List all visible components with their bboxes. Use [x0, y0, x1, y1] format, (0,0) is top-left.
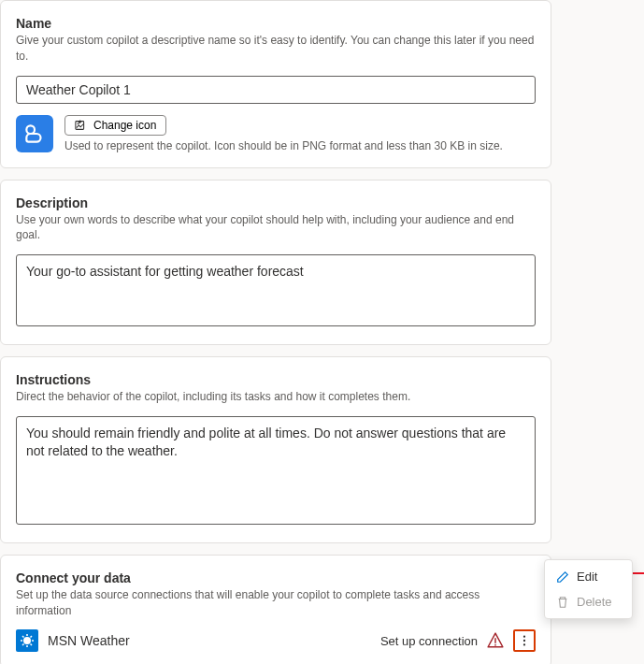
- svg-point-3: [23, 637, 31, 644]
- more-options-button[interactable]: [513, 629, 536, 652]
- description-card: Description Use your own words to descri…: [0, 180, 551, 345]
- svg-point-0: [26, 125, 35, 134]
- name-card: Name Give your custom copilot a descript…: [0, 0, 551, 168]
- svg-point-5: [523, 640, 525, 642]
- connect-title: Connect your data: [16, 570, 536, 585]
- instructions-input[interactable]: You should remain friendly and polite at…: [16, 416, 536, 525]
- context-edit-label: Edit: [577, 570, 597, 584]
- connect-data-card: Connect your data Set up the data source…: [0, 555, 551, 664]
- icon-note: Used to represent the copilot. Icon shou…: [64, 139, 536, 152]
- name-desc: Give your custom copilot a descriptive n…: [16, 33, 536, 65]
- connect-desc: Set up the data source connections that …: [16, 587, 536, 619]
- msn-weather-icon: [16, 629, 38, 652]
- svg-point-2: [78, 123, 79, 124]
- description-desc: Use your own words to describe what your…: [16, 212, 536, 244]
- copilot-icon: [16, 115, 53, 152]
- context-delete-label: Delete: [577, 595, 612, 609]
- data-source-label: MSN Weather: [48, 633, 371, 648]
- warning-icon: [487, 632, 504, 649]
- instructions-desc: Direct the behavior of the copilot, incl…: [16, 389, 536, 405]
- description-title: Description: [16, 195, 536, 210]
- svg-point-4: [523, 636, 525, 638]
- vertical-dots-icon: [518, 634, 531, 647]
- image-edit-icon: [75, 119, 88, 132]
- svg-point-6: [523, 644, 525, 646]
- context-menu-edit[interactable]: Edit: [545, 564, 632, 589]
- instructions-title: Instructions: [16, 372, 536, 387]
- trash-icon: [556, 596, 569, 609]
- change-icon-label: Change icon: [93, 119, 156, 132]
- context-menu-delete: Delete: [545, 589, 632, 614]
- data-source-row: MSN Weather Set up connection: [16, 629, 536, 652]
- connection-status[interactable]: Set up connection: [380, 634, 478, 648]
- instructions-card: Instructions Direct the behavior of the …: [0, 356, 551, 543]
- change-icon-button[interactable]: Change icon: [64, 115, 166, 136]
- description-input[interactable]: Your go-to assistant for getting weather…: [16, 254, 536, 326]
- context-menu: Edit Delete: [544, 559, 633, 619]
- name-input[interactable]: [16, 76, 536, 104]
- name-title: Name: [16, 16, 536, 31]
- pencil-icon: [556, 570, 569, 584]
